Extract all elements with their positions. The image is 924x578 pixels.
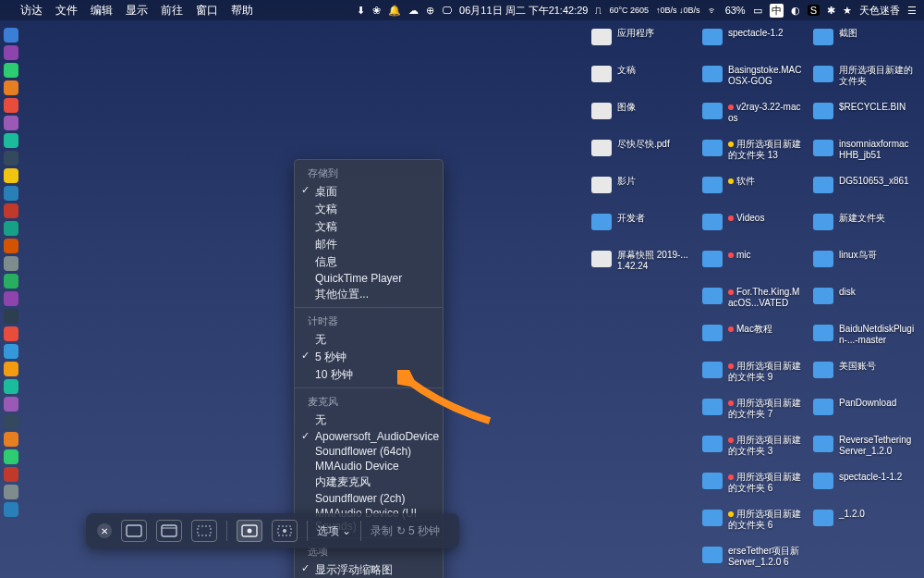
- menubar-temp[interactable]: 60°C 2605: [609, 6, 649, 15]
- dock-app[interactable]: [4, 502, 18, 517]
- desktop-item[interactable]: 图像: [591, 100, 693, 133]
- menu-view[interactable]: 显示: [126, 3, 148, 18]
- desktop-item[interactable]: Mac教程: [702, 322, 804, 355]
- desktop-item[interactable]: v2ray-3.22-macos: [702, 100, 804, 133]
- desktop-item[interactable]: 新建文件夹: [813, 211, 915, 244]
- capture-window-button[interactable]: [156, 520, 182, 542]
- dock-app[interactable]: [4, 432, 18, 447]
- menu-item[interactable]: 文稿: [295, 201, 443, 218]
- menu-item[interactable]: 其他位置...: [295, 286, 443, 303]
- dock-app[interactable]: [4, 397, 18, 412]
- dock-app[interactable]: [4, 116, 18, 130]
- desktop-item[interactable]: 应用程序: [591, 26, 693, 59]
- menu-item[interactable]: 文稿: [295, 218, 443, 236]
- dock-app[interactable]: [4, 221, 18, 236]
- menu-finder[interactable]: 访达: [20, 3, 43, 18]
- record-entire-screen-button[interactable]: [237, 520, 262, 542]
- status-icon[interactable]: ❀: [372, 5, 381, 17]
- dock-app[interactable]: [4, 63, 18, 78]
- dock-app[interactable]: [4, 239, 18, 253]
- desktop-item[interactable]: erseTether项目新 Server_1.2.0 6: [702, 544, 804, 577]
- dock-app[interactable]: [4, 28, 18, 43]
- dock-app[interactable]: [4, 45, 18, 60]
- menu-item[interactable]: 邮件: [295, 236, 443, 253]
- record-button[interactable]: 录制 ↻ 5 秒钟: [371, 523, 440, 539]
- menu-edit[interactable]: 编辑: [91, 3, 113, 18]
- dock-app[interactable]: [4, 467, 18, 482]
- desktop-item[interactable]: insomniaxformacHHB_jb51: [813, 137, 915, 170]
- bluetooth-icon[interactable]: ✱: [827, 5, 835, 17]
- menu-item[interactable]: 内建麦克风: [295, 473, 443, 491]
- desktop-item[interactable]: 用所选项目新建的文件夹 13: [702, 137, 804, 170]
- menubar-weather[interactable]: 天色迷香: [859, 4, 900, 18]
- desktop-item[interactable]: 美国账号: [813, 359, 915, 392]
- desktop-item[interactable]: _1.2.0: [813, 507, 915, 540]
- status-icon[interactable]: S: [808, 5, 820, 16]
- dock-app[interactable]: [4, 168, 18, 183]
- menu-item[interactable]: Soundflower (64ch): [295, 444, 443, 459]
- desktop-item[interactable]: DG510653_x861: [813, 174, 915, 207]
- capture-selection-button[interactable]: [191, 520, 217, 542]
- menubar-date[interactable]: 06月11日 周二 下午21:42:29: [459, 4, 588, 18]
- status-icon[interactable]: ⊕: [426, 5, 434, 17]
- desktop-item[interactable]: 用所选项目新建的文件夹 7: [702, 396, 804, 429]
- list-icon[interactable]: ☰: [907, 5, 917, 17]
- dock-app[interactable]: [4, 151, 18, 166]
- status-icon[interactable]: 🖵: [442, 5, 452, 16]
- desktop-item[interactable]: 屏幕快照 2019-...1.42.24: [591, 248, 693, 281]
- menu-item[interactable]: ✓显示浮动缩略图: [295, 561, 443, 578]
- dock-app[interactable]: [4, 133, 18, 148]
- desktop-item[interactable]: BaiduNetdiskPlugin-...-master: [813, 322, 915, 355]
- dock-app[interactable]: [4, 98, 18, 113]
- menu-window[interactable]: 窗口: [196, 3, 218, 18]
- menu-item[interactable]: ✓5 秒钟: [295, 349, 443, 366]
- status-icon[interactable]: 🔔: [388, 5, 401, 17]
- dock-app[interactable]: [4, 186, 18, 201]
- desktop-item[interactable]: 软件: [702, 174, 804, 207]
- desktop-item[interactable]: Basingstoke.MACOSX-GOG: [702, 63, 804, 96]
- dock-app[interactable]: [4, 326, 18, 341]
- dock-app[interactable]: [4, 362, 18, 376]
- dock-app[interactable]: [4, 256, 18, 271]
- dock-app[interactable]: [4, 274, 18, 289]
- dock-app[interactable]: [4, 80, 18, 95]
- menu-item[interactable]: QuickTime Player: [295, 271, 443, 286]
- desktop-item[interactable]: linux鸟哥: [813, 248, 915, 281]
- menu-item[interactable]: Soundflower (2ch): [295, 491, 443, 506]
- desktop-item[interactable]: 开发者: [591, 211, 693, 244]
- dock-app[interactable]: [4, 485, 18, 499]
- status-icon[interactable]: ⎍: [595, 5, 602, 16]
- desktop-item[interactable]: $RECYCLE.BIN: [813, 100, 915, 133]
- menu-item[interactable]: MMAudio Device: [295, 459, 443, 473]
- wifi-icon[interactable]: ᯤ: [708, 5, 718, 16]
- menubar-ime[interactable]: 中: [770, 4, 784, 18]
- dock-app[interactable]: [4, 203, 18, 218]
- desktop-item[interactable]: PanDownload: [813, 396, 915, 429]
- dock-app[interactable]: [4, 291, 18, 306]
- capture-entire-screen-button[interactable]: [121, 520, 147, 542]
- desktop-item[interactable]: 用所选项目新建的文件夹: [813, 63, 915, 96]
- desktop-item[interactable]: ReverseTetheringServer_1.2.0: [813, 433, 915, 466]
- menubar-net[interactable]: ↑0B/s ↓0B/s: [656, 6, 700, 15]
- status-icon[interactable]: ⬇: [357, 5, 365, 17]
- desktop-item[interactable]: 影片: [591, 174, 693, 207]
- desktop-item[interactable]: disk: [813, 285, 915, 318]
- menu-file[interactable]: 文件: [55, 3, 78, 18]
- menu-item[interactable]: 无: [295, 412, 443, 429]
- menu-go[interactable]: 前往: [161, 3, 183, 18]
- menu-item[interactable]: ✓桌面: [295, 183, 443, 201]
- dock-app[interactable]: [4, 379, 18, 394]
- desktop-item[interactable]: mic: [702, 248, 804, 281]
- desktop-item[interactable]: 用所选项目新建的文件夹 3: [702, 433, 804, 466]
- desktop-item[interactable]: 用所选项目新建的文件夹 9: [702, 359, 804, 392]
- menu-item[interactable]: ✓Apowersoft_AudioDevice: [295, 429, 443, 444]
- menu-item[interactable]: 无: [295, 331, 443, 349]
- menubar-battery[interactable]: 63%: [725, 5, 746, 16]
- desktop-item[interactable]: Videos: [702, 211, 804, 244]
- dock-app[interactable]: [4, 449, 18, 464]
- record-selection-button[interactable]: [272, 520, 298, 542]
- desktop-item[interactable]: spectacle-1-1.2: [813, 470, 915, 503]
- menu-item[interactable]: 信息: [295, 253, 443, 271]
- menu-item[interactable]: 10 秒钟: [295, 366, 443, 384]
- close-button[interactable]: ✕: [97, 523, 112, 538]
